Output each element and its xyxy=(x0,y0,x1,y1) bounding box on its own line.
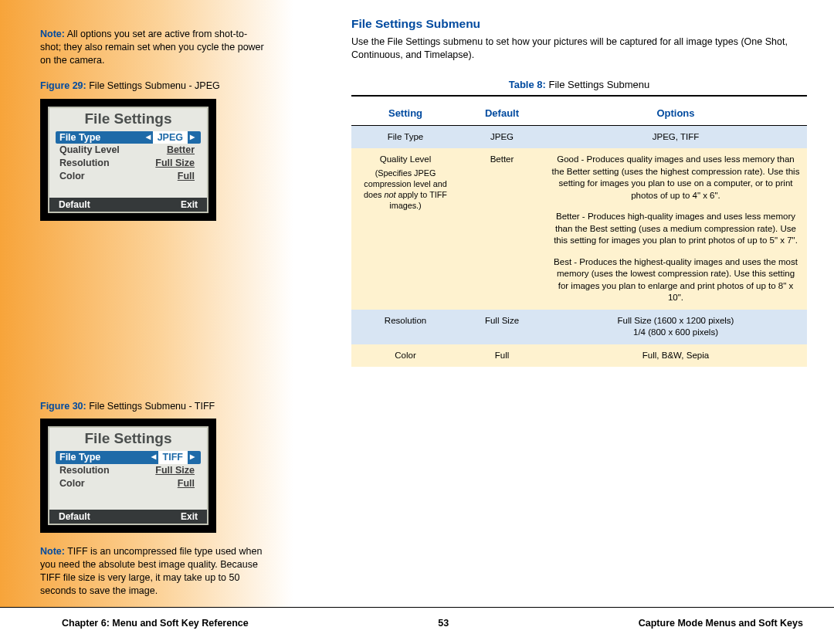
lcd2-soft-right: Exit xyxy=(181,511,198,522)
table-divider xyxy=(351,95,807,97)
lcd1-title: File Settings xyxy=(49,108,207,131)
section-heading: File Settings Submenu xyxy=(351,17,807,31)
cell-options: Full Size (1600 x 1200 pixels)1/4 (800 x… xyxy=(544,310,807,344)
th-default: Default xyxy=(459,103,544,126)
lcd-row: File Type◀JPEG▶ xyxy=(56,131,201,144)
lcd-row-value: Full Size xyxy=(155,157,195,170)
cell-options: JPEG, TIFF xyxy=(544,125,807,148)
page-footer: Chapter 6: Menu and Soft Key Reference 5… xyxy=(0,607,834,633)
lcd-row-label: Quality Level xyxy=(59,144,120,157)
lcd1-soft-right: Exit xyxy=(181,199,198,210)
th-options: Options xyxy=(544,103,807,126)
lcd2-title: File Settings xyxy=(49,428,207,451)
section-intro: Use the File Settings submenu to set how… xyxy=(351,36,807,62)
lcd-row: ResolutionFull Size xyxy=(56,157,201,170)
table-row: Quality Level(Specifies JPEG compression… xyxy=(351,148,807,310)
lcd-row: ResolutionFull Size xyxy=(56,464,201,477)
note-2: Note: TIFF is an uncompressed file type … xyxy=(40,545,264,598)
footer-right: Capture Mode Menus and Soft Keys xyxy=(639,618,803,629)
cell-options: Full, B&W, Sepia xyxy=(544,344,807,368)
figure-29-caption: Figure 29: File Settings Submenu - JPEG xyxy=(40,80,264,93)
lcd-figure-30: File Settings File Type◀TIFF▶ResolutionF… xyxy=(40,419,216,533)
lcd-row-value: JPEG xyxy=(153,131,188,144)
cell-setting: File Type xyxy=(351,125,459,148)
lcd-row-value: Better xyxy=(167,144,195,157)
cell-default: JPEG xyxy=(459,125,544,148)
footer-left: Chapter 6: Menu and Soft Key Reference xyxy=(62,618,249,629)
lcd-row-value: Full Size xyxy=(155,464,195,477)
lcd-row-label: Resolution xyxy=(59,157,110,170)
table-row: File TypeJPEGJPEG, TIFF xyxy=(351,125,807,148)
table-row: ColorFullFull, B&W, Sepia xyxy=(351,344,807,368)
lcd-row-label: File Type xyxy=(59,451,100,464)
lcd-row-value: Full xyxy=(178,477,195,490)
page-body: Note: All options you set are active fro… xyxy=(0,0,834,607)
cell-options: Good - Produces quality images and uses … xyxy=(544,148,807,310)
cell-setting: Resolution xyxy=(351,310,459,344)
cell-default: Better xyxy=(459,148,544,310)
note-label: Note: xyxy=(40,29,65,39)
cell-setting: Quality Level(Specifies JPEG compression… xyxy=(351,148,459,310)
figure-30-caption: Figure 30: File Settings Submenu - TIFF xyxy=(40,400,264,413)
lcd-row-label: Color xyxy=(59,170,85,183)
main-column: File Settings Submenu Use the File Setti… xyxy=(293,0,834,607)
lcd-row-label: Resolution xyxy=(59,464,110,477)
table-row: ResolutionFull SizeFull Size (1600 x 120… xyxy=(351,310,807,344)
lcd-row: ColorFull xyxy=(56,477,201,490)
cell-default: Full Size xyxy=(459,310,544,344)
lcd-row-value: Full xyxy=(178,170,195,183)
note-text: All options you set are active from shot… xyxy=(40,29,264,66)
settings-table: Setting Default Options File TypeJPEGJPE… xyxy=(351,103,807,368)
footer-page-number: 53 xyxy=(438,618,449,629)
lcd-figure-29: File Settings File Type◀JPEG▶Quality Lev… xyxy=(40,99,216,221)
table-caption: Table 8: File Settings Submenu xyxy=(351,79,807,90)
lcd-row-label: File Type xyxy=(59,131,100,144)
note-1: Note: All options you set are active fro… xyxy=(40,28,264,67)
lcd-row-value: TIFF xyxy=(158,451,188,464)
cell-default: Full xyxy=(459,344,544,368)
lcd-row: ColorFull xyxy=(56,170,201,183)
lcd1-soft-left: Default xyxy=(59,199,90,210)
lcd-row: File Type◀TIFF▶ xyxy=(56,451,201,464)
lcd-row: Quality LevelBetter xyxy=(56,144,201,157)
lcd-row-label: Color xyxy=(59,477,85,490)
th-setting: Setting xyxy=(351,103,459,126)
cell-setting: Color xyxy=(351,344,459,368)
sidebar: Note: All options you set are active fro… xyxy=(0,0,293,607)
lcd2-soft-left: Default xyxy=(59,511,90,522)
